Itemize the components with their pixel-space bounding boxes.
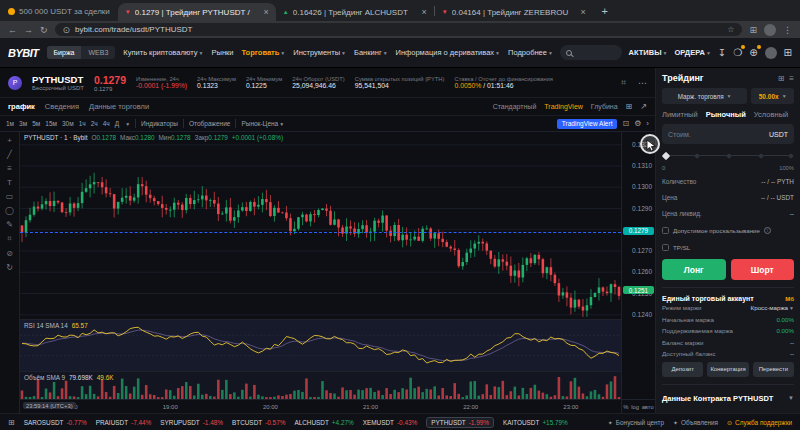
display-button[interactable]: Отображение (189, 120, 230, 127)
tradingview-alert-button[interactable]: TradingView Alert (557, 119, 618, 129)
interval-5m[interactable]: 5м (32, 120, 40, 127)
slider-tick[interactable] (694, 153, 700, 159)
alert-price-line[interactable] (20, 232, 621, 233)
address-bar[interactable]: ⊙ bybit.com/trade/usdt/PYTHUSDT ☆ (55, 23, 743, 36)
interval-1m[interactable]: 1м (6, 120, 14, 127)
nav-more[interactable]: Подробнее▼ (508, 48, 553, 57)
volume-pane[interactable]: Объём SMA 9 79.698K 49.6K (20, 371, 621, 399)
notifications-icon[interactable]: ⊕ (749, 47, 757, 58)
tab-trading-data[interactable]: Данные торговли (89, 102, 149, 111)
support-link[interactable]: ⊙Служба поддержки (727, 419, 792, 426)
view-standard[interactable]: Стандартный (493, 103, 537, 110)
slider-tick[interactable] (758, 153, 764, 159)
close-tab-icon[interactable]: × (581, 7, 586, 17)
rewards-icon[interactable]: ❍ (733, 47, 742, 58)
more-icon[interactable]: ⋯ (638, 78, 647, 88)
deposit-button[interactable]: Депозит (662, 362, 703, 377)
orders-menu[interactable]: ОРДЕРА▼ (674, 48, 710, 57)
grid-layout-icon[interactable]: ⌗ (621, 77, 626, 88)
close-tab-icon[interactable]: × (422, 7, 427, 17)
refresh-tool-icon[interactable]: ↻ (6, 263, 13, 272)
tab-overview[interactable]: Сведения (45, 102, 79, 111)
chevron-down-icon[interactable]: ▼ (125, 121, 130, 127)
interval-3m[interactable]: 3м (19, 120, 27, 127)
contract-details-header[interactable]: Данные Контракта PYTHUSDT ▼ (662, 394, 794, 403)
account-avatar[interactable] (765, 47, 777, 59)
nav-markets[interactable]: Рынки (211, 48, 233, 57)
short-button[interactable]: Шорт (731, 259, 795, 280)
assets-menu[interactable]: АКТИВЫ▼ (629, 48, 668, 57)
ticker-item[interactable]: KAITOUSDT+15.79% (503, 419, 568, 426)
percent-scale-button[interactable]: % (623, 404, 628, 410)
transfer-button[interactable]: Перевести (753, 362, 794, 377)
back-icon[interactable]: ← (8, 25, 17, 35)
log-scale-button[interactable]: log (631, 404, 639, 410)
margin-mode-row[interactable]: Режим маржи Кросс-маржа▼ (662, 302, 794, 314)
measure-tool-icon[interactable]: ⌗ (7, 234, 12, 244)
browser-profile-avatar[interactable] (764, 24, 776, 36)
slippage-checkbox-row[interactable]: Допустимое проскальзывание i (662, 224, 794, 236)
settings-gear-icon[interactable]: ⚙ (634, 119, 641, 128)
rewards-hub-link[interactable]: ✦Бонусный центр (608, 419, 664, 426)
download-icon[interactable]: ↧ (718, 47, 726, 58)
panel-settings-icon[interactable]: ≡ (789, 74, 794, 83)
collapse-panel-icon[interactable]: › (646, 119, 649, 128)
interval-2h[interactable]: 2ч (91, 120, 98, 127)
ticker-item[interactable]: ALCHUSDT+4.27% (294, 419, 353, 426)
search-input[interactable] (560, 45, 622, 60)
nav-buy-crypto[interactable]: Купить криптовалюту▼ (123, 48, 203, 57)
bookmark-star-icon[interactable]: ☆ (727, 25, 734, 34)
slider-tick[interactable] (726, 153, 732, 159)
clock-utc[interactable]: 23:59:14 (UTC+3) (23, 402, 76, 409)
exchange-web3-toggle[interactable]: Биржа WEB3 (47, 46, 116, 59)
expand-icon[interactable]: ↗ (640, 102, 647, 111)
leverage-dropdown[interactable]: 50.00x▼ (751, 88, 794, 104)
nav-tools[interactable]: Инструменты▼ (293, 48, 346, 57)
slider-handle[interactable] (662, 151, 670, 159)
close-tab-icon[interactable]: × (264, 7, 269, 17)
browser-menu-icon[interactable]: ⋮ (783, 25, 792, 35)
convert-button[interactable]: Конвертация (707, 362, 748, 377)
calculator-icon[interactable]: ⊞ (778, 74, 785, 83)
tab-chart[interactable]: график (8, 102, 35, 111)
auto-scale-button[interactable]: авто (642, 404, 654, 410)
nav-banking[interactable]: Банкинг▼ (354, 48, 388, 57)
quantity-slider[interactable] (664, 151, 792, 161)
shapes-tool-icon[interactable]: ▭ (6, 192, 14, 201)
tpsl-checkbox-row[interactable]: TP/SL (662, 241, 794, 253)
price-axis[interactable]: 0.1279 0.1251 % log авто 0.13200.13100.1… (621, 132, 655, 413)
extensions-icon[interactable]: ⊞ (749, 25, 757, 35)
text-tool-icon[interactable]: T (7, 178, 12, 187)
long-button[interactable]: Лонг (662, 259, 726, 280)
tab-conditional[interactable]: Условный (754, 110, 788, 119)
draw-tool-icon[interactable]: ✎ (6, 220, 13, 229)
checkbox[interactable] (662, 227, 669, 234)
crosshair-tool-icon[interactable]: + (7, 136, 12, 145)
interval-1h[interactable]: 1ч (79, 120, 86, 127)
margin-mode-dropdown[interactable]: Марж. торговля▼ (662, 88, 747, 104)
browser-tab-1[interactable]: ▼ 0.1279 | Трейдинг PYTHUSDT / × (118, 3, 276, 21)
tab-limit[interactable]: Лимитный (662, 110, 698, 119)
time-axis[interactable]: 23:59:14 (UTC+3) 18:00 19:00 20:00 21:00… (20, 399, 621, 413)
fib-tool-icon[interactable]: ≡ (7, 164, 12, 173)
browser-tab-2[interactable]: ▲ 0.16426 | Трейдинг ALCHUSDT × (276, 3, 434, 21)
browser-tab-3[interactable]: ▼ 0.04164 | Трейдинг ZEREBROU × (435, 3, 593, 21)
forward-icon[interactable]: → (24, 25, 33, 35)
view-tradingview[interactable]: TradingView (544, 103, 583, 110)
reload-icon[interactable]: ↻ (40, 25, 48, 35)
tab-market[interactable]: Рыночный (706, 110, 746, 119)
new-tab-button[interactable]: + (597, 3, 613, 19)
grid-icon[interactable]: ⊞ (626, 102, 633, 111)
ticker-item[interactable]: SAROSUSDT-0.77% (24, 419, 87, 426)
indicators-button[interactable]: Индикаторы (141, 120, 178, 127)
ellipse-tool-icon[interactable]: ◯ (5, 206, 14, 215)
nav-derivatives-info[interactable]: Информация о деривативах▼ (396, 48, 500, 57)
slider-tick[interactable] (789, 153, 795, 159)
market-price-button[interactable]: Рынок-Цена▼ (241, 120, 284, 127)
candlestick-pane[interactable]: PYTHUSDT · 1 · Bybit О0.1278 Макс0.1280 … (20, 132, 621, 319)
site-info-icon[interactable]: ⊙ (63, 25, 71, 35)
ticker-menu-icon[interactable]: ⊞ (8, 418, 15, 427)
ticker-item-current[interactable]: PYTHUSDT-1.99% (426, 417, 494, 428)
interval-1d[interactable]: Д (115, 120, 119, 127)
ticker-item[interactable]: SYRUPUSDT-1.48% (160, 419, 223, 426)
